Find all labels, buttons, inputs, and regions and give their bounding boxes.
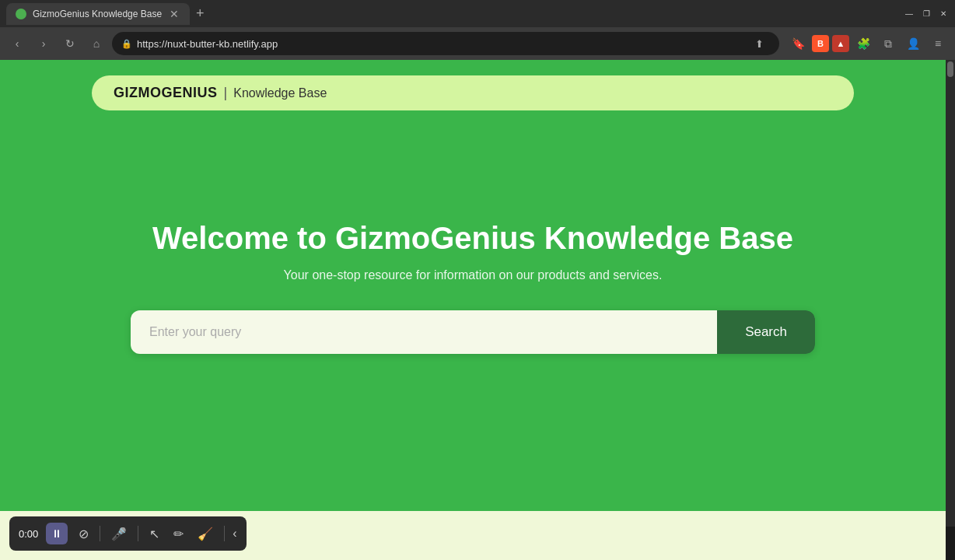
scrollbar-thumb[interactable] [947, 61, 953, 77]
back-button[interactable]: ‹ [6, 33, 28, 54]
toolbar-divider-2 [138, 526, 138, 541]
collapse-toolbar-button[interactable]: ‹ [233, 527, 236, 541]
recording-toolbar: 0:00 ⏸ ⊘ 🎤 ↖ ✏ 🧹 ‹ [9, 516, 247, 551]
toolbar-time: 0:00 [19, 528, 38, 540]
minimize-button[interactable]: — [904, 9, 915, 19]
profile-icon[interactable]: 👤 [902, 33, 924, 54]
search-container: Search [131, 310, 815, 354]
browser-extensions: 🔖 B ▲ 🧩 ⧉ 👤 ≡ [787, 33, 949, 54]
tab-favicon [16, 9, 26, 19]
address-bar-row: ‹ › ↻ ⌂ 🔒 https://nuxt-butter-kb.netlify… [0, 27, 955, 60]
lock-icon: 🔒 [121, 39, 132, 49]
home-button[interactable]: ⌂ [86, 33, 107, 54]
browser-scrollbar[interactable] [946, 60, 955, 527]
active-tab[interactable]: GizmoGenius Knowledge Base ✕ [6, 3, 190, 25]
cursor-tool-button[interactable]: ↖ [146, 525, 163, 543]
tab-title: GizmoGenius Knowledge Base [33, 9, 162, 19]
new-tab-button[interactable]: + [190, 5, 211, 22]
close-window-button[interactable]: ✕ [938, 9, 949, 19]
search-button[interactable]: Search [717, 310, 815, 354]
maximize-button[interactable]: ❐ [921, 9, 932, 19]
tab-close-button[interactable]: ✕ [168, 8, 180, 20]
hero-section: Welcome to GizmoGenius Knowledge Base Yo… [131, 110, 815, 511]
bookmark-icon[interactable]: 🔖 [787, 33, 809, 54]
address-field[interactable]: 🔒 https://nuxt-butter-kb.netlify.app ⬆ [112, 32, 779, 55]
toolbar-divider [100, 526, 100, 541]
split-screen-icon[interactable]: ⧉ [877, 33, 899, 54]
address-actions: ⬆ [749, 37, 770, 51]
tab-bar: GizmoGenius Knowledge Base ✕ + [6, 0, 901, 27]
brand-name: GIZMOGENIUS [114, 85, 218, 101]
brush-tool-button[interactable]: 🧹 [194, 525, 216, 543]
puzzle-icon[interactable]: 🧩 [852, 33, 874, 54]
browser-titlebar: GizmoGenius Knowledge Base ✕ + — ❐ ✕ [0, 0, 955, 27]
brand-section: Knowledge Base [233, 86, 327, 100]
window-controls: — ❐ ✕ [904, 9, 949, 19]
forward-button[interactable]: › [33, 33, 54, 54]
triangle-extension-icon[interactable]: ▲ [832, 35, 849, 52]
hero-title: Welcome to GizmoGenius Knowledge Base [152, 221, 793, 256]
mic-tool-button[interactable]: 🎤 [108, 525, 130, 543]
eraser-tool-button[interactable]: ⊘ [75, 525, 92, 543]
share-icon[interactable]: ⬆ [752, 37, 767, 51]
hero-subtitle: Your one-stop resource for information o… [284, 268, 663, 282]
reload-button[interactable]: ↻ [59, 33, 81, 54]
menu-icon[interactable]: ≡ [927, 33, 949, 54]
toolbar-divider-3 [224, 526, 225, 541]
main-content: GIZMOGENIUS | Knowledge Base Welcome to … [0, 60, 946, 511]
pause-icon: ⏸ [51, 527, 62, 540]
brand-separator: | [224, 85, 228, 101]
brave-extension-icon[interactable]: B [812, 35, 829, 52]
pause-button[interactable]: ⏸ [46, 523, 68, 544]
url-text: https://nuxt-butter-kb.netlify.app [137, 38, 744, 50]
search-input[interactable] [131, 310, 717, 354]
pen-tool-button[interactable]: ✏ [170, 525, 187, 543]
navbar: GIZMOGENIUS | Knowledge Base [92, 75, 854, 110]
